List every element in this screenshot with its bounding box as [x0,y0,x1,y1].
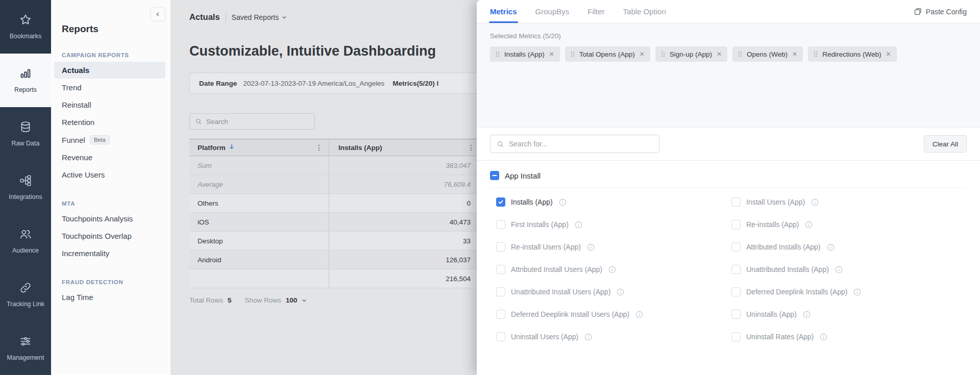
drag-handle-icon[interactable] [814,51,818,57]
sidebar-item-incrementality[interactable]: Incrementality [54,245,165,262]
metric-option[interactable]: Install Users (App) [731,197,967,207]
checked-checkbox[interactable] [496,197,505,207]
rail-item-tracking-link[interactable]: Tracking Link [0,268,51,321]
unchecked-checkbox[interactable] [496,310,505,319]
rail-item-reports[interactable]: Reports [0,54,51,107]
info-icon[interactable] [827,243,835,251]
metric-chip[interactable]: Installs (App) ✕ [490,46,560,62]
unchecked-checkbox[interactable] [496,220,505,229]
sort-desc-icon[interactable] [229,143,234,152]
show-rows-value[interactable]: 100 [286,296,298,304]
remove-chip-icon[interactable]: ✕ [549,51,554,58]
sidebar-item-funnel[interactable]: Funnel Beta [54,131,165,148]
info-icon[interactable] [835,266,843,273]
unchecked-checkbox[interactable] [496,287,505,296]
rail-item-bookmarks[interactable]: Bookmarks [0,0,51,54]
info-icon[interactable] [811,198,819,206]
metric-option[interactable]: Uninstall Users (App) [496,332,731,341]
unchecked-checkbox[interactable] [731,265,741,274]
sidebar-item-active-users[interactable]: Active Users [54,166,165,183]
metric-chip[interactable]: Opens (Web) ✕ [732,46,803,62]
unchecked-checkbox[interactable] [731,287,741,296]
info-icon[interactable] [617,288,624,296]
table-search-input[interactable] [206,118,309,126]
info-icon[interactable] [803,311,811,318]
info-icon[interactable] [608,266,616,273]
paste-config-button[interactable]: Paste Config [914,0,967,23]
drag-handle-icon[interactable] [738,51,742,57]
metric-option[interactable]: Deferred Deeplink Installs (App) [731,287,967,296]
sidebar-item-touchpoints-analysis[interactable]: Touchpoints Analysis [54,210,165,227]
remove-chip-icon[interactable]: ✕ [886,51,891,58]
table-search[interactable] [189,113,315,130]
metric-option[interactable]: Attributed Installs (App) [731,242,967,252]
metric-option[interactable]: Uninstalls (App) [731,310,967,319]
sidebar-item-revenue[interactable]: Revenue [54,149,165,166]
tab-filter[interactable]: Filter [587,0,604,23]
rail-item-integrations[interactable]: Integrations [0,161,51,214]
sidebar-item-retention[interactable]: Retention [54,114,165,131]
rail-item-raw-data[interactable]: Raw Data [0,107,51,161]
drag-handle-icon[interactable] [571,51,575,57]
column-header-platform[interactable]: Platform ⋮ [189,139,329,156]
tab-table-option[interactable]: Table Option [623,0,666,23]
info-icon[interactable] [584,333,592,341]
rail-item-audience[interactable]: Audience [0,214,51,268]
metrics-config-value[interactable]: Metrics(5/20) I [393,80,438,87]
unchecked-checkbox[interactable] [496,265,505,274]
info-icon[interactable] [635,311,643,318]
unchecked-checkbox[interactable] [496,332,505,341]
tab-groupbys[interactable]: GroupBys [535,0,570,23]
info-icon[interactable] [559,198,567,206]
drag-handle-icon[interactable] [661,51,665,57]
column-menu-icon[interactable]: ⋮ [315,144,323,151]
metric-option[interactable]: Uninstall Rates (App) [731,332,967,341]
sidebar-item-reinstall[interactable]: Reinstall [54,96,165,113]
metric-option[interactable]: Re-install Users (App) [496,242,731,252]
clear-all-button[interactable]: Clear All [924,135,967,153]
metric-option[interactable]: Installs (App) [496,197,731,207]
unchecked-checkbox[interactable] [731,310,741,319]
column-header-installs-app[interactable]: Installs (App) ⋮ [329,139,481,156]
metric-chip[interactable]: Redirections (Web) ✕ [808,46,896,62]
drag-handle-icon[interactable] [496,51,500,57]
metrics-search-input[interactable] [509,140,653,148]
metric-option[interactable]: Attributed Install Users (App) [496,265,731,274]
unchecked-checkbox[interactable] [496,242,505,252]
tab-metrics[interactable]: Metrics [490,0,517,23]
unchecked-checkbox[interactable] [731,197,741,207]
metrics-search[interactable] [490,135,659,153]
metric-option[interactable]: First Installs (App) [496,220,731,229]
remove-chip-icon[interactable]: ✕ [640,51,645,58]
metric-option[interactable]: Unattributed Installs (App) [731,265,967,274]
metric-option[interactable]: Re-installs (App) [731,220,967,229]
remove-chip-icon[interactable]: ✕ [792,51,797,58]
metric-chip[interactable]: Total Opens (App) ✕ [565,46,650,62]
selected-metrics-chips: Installs (App) ✕ Total Opens (App) ✕ Sig… [490,46,967,62]
chevron-down-icon[interactable] [302,298,307,303]
rail-item-management[interactable]: Management [0,321,51,375]
date-range-value[interactable]: 2023-07-13-2023-07-19 America/Los_Angele… [243,80,384,87]
info-icon[interactable] [575,221,582,229]
metric-option[interactable]: Unattributed Install Users (App) [496,287,731,296]
group-app-install[interactable]: App Install [490,171,967,180]
sidebar-item-touchpoints-overlap[interactable]: Touchpoints Overlap [54,228,165,244]
unchecked-checkbox[interactable] [731,220,741,229]
saved-reports-dropdown[interactable]: Saved Reports [232,13,287,21]
collapse-sidebar-button[interactable] [150,7,165,21]
sidebar-item-actuals[interactable]: Actuals [54,62,165,79]
indeterminate-checkbox[interactable] [490,171,499,180]
unchecked-checkbox[interactable] [731,242,741,252]
info-icon[interactable] [853,288,861,296]
unchecked-checkbox[interactable] [731,332,741,341]
remove-chip-icon[interactable]: ✕ [717,51,722,58]
info-icon[interactable] [587,243,595,251]
column-menu-icon[interactable]: ⋮ [468,144,475,151]
info-icon[interactable] [805,221,813,229]
metric-option[interactable]: Deferred Deeplink Install Users (App) [496,310,731,319]
metric-chip[interactable]: Sign-up (App) ✕ [655,46,727,62]
info-icon[interactable] [820,333,827,341]
sidebar-item-lag-time[interactable]: Lag Time [54,289,165,306]
sidebar-item-trend[interactable]: Trend [54,79,165,96]
table-row: 216,504 [189,269,481,288]
